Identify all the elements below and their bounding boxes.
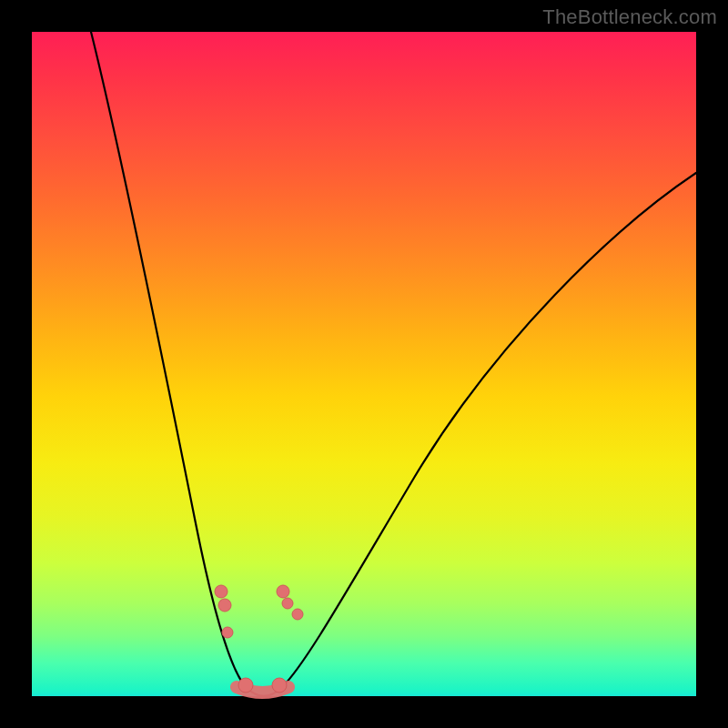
marker-dot bbox=[222, 627, 233, 638]
chart-overlay bbox=[32, 32, 696, 696]
bottleneck-curve bbox=[91, 32, 696, 696]
marker-dot bbox=[218, 599, 231, 612]
watermark-text: TheBottleneck.com bbox=[542, 5, 717, 29]
marker-dot bbox=[282, 598, 293, 609]
chart-frame: TheBottleneck.com bbox=[0, 0, 728, 728]
marker-dot bbox=[277, 585, 289, 598]
marker-dot bbox=[292, 609, 303, 620]
marker-dot bbox=[215, 585, 228, 598]
marker-dot bbox=[238, 678, 253, 693]
marker-dot bbox=[272, 678, 287, 693]
